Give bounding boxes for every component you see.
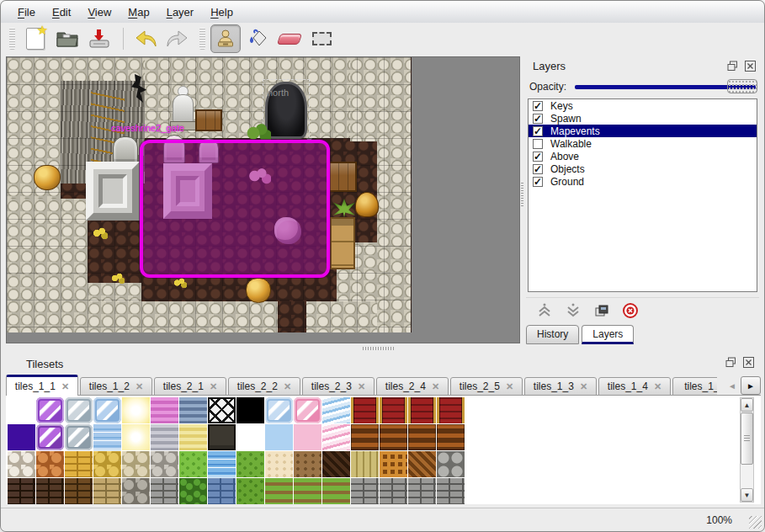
- palette-tile[interactable]: [151, 451, 178, 477]
- map-selection-rect[interactable]: [140, 140, 330, 278]
- palette-tile[interactable]: [65, 397, 93, 423]
- palette-tile[interactable]: [8, 424, 35, 450]
- palette-tile[interactable]: [322, 451, 350, 477]
- palette-tile[interactable]: [36, 397, 64, 423]
- menu-view[interactable]: View: [79, 3, 120, 22]
- horizontal-splitter[interactable]: [4, 344, 762, 353]
- palette-tile[interactable]: [208, 478, 236, 504]
- layer-checkbox[interactable]: ✓: [533, 126, 543, 136]
- tab-history[interactable]: History: [526, 325, 579, 344]
- palette-tile[interactable]: [265, 397, 293, 423]
- palette-tile[interactable]: [65, 424, 93, 450]
- palette-tile[interactable]: [408, 451, 436, 477]
- palette-tile[interactable]: [265, 478, 293, 504]
- palette-tile[interactable]: [351, 478, 379, 504]
- palette-tile[interactable]: [265, 451, 293, 477]
- float-tilesets-icon[interactable]: [725, 356, 736, 367]
- tab-layers[interactable]: Layers: [582, 325, 634, 344]
- palette-tile[interactable]: [208, 451, 236, 477]
- palette-tile[interactable]: [437, 424, 465, 450]
- palette-tile[interactable]: [208, 397, 236, 423]
- palette-tile[interactable]: [294, 424, 321, 450]
- stamp-tool-button[interactable]: [210, 24, 241, 53]
- scroll-tabs-left-icon[interactable]: ◄: [726, 377, 738, 394]
- tileset-tab-tiles_2_3[interactable]: tiles_2_3✕: [302, 377, 375, 396]
- palette-tile[interactable]: [236, 397, 264, 423]
- palette-tile[interactable]: [179, 478, 207, 504]
- tab-close-icon[interactable]: ✕: [210, 381, 217, 392]
- tileset-tab-tiles_1_3[interactable]: tiles_1_3✕: [524, 377, 597, 396]
- palette-tile[interactable]: [8, 478, 35, 504]
- scrollbar-thumb[interactable]: [741, 412, 753, 465]
- palette-tile[interactable]: [65, 451, 93, 477]
- save-map-button[interactable]: [84, 24, 114, 53]
- palette-tile[interactable]: [36, 424, 64, 450]
- layer-row-mapevents[interactable]: ✓Mapevents: [529, 125, 757, 137]
- eraser-tool-button[interactable]: [274, 24, 305, 53]
- palette-tile[interactable]: [294, 478, 321, 504]
- duplicate-layer-button[interactable]: [592, 301, 612, 320]
- palette-tile[interactable]: [151, 424, 178, 450]
- tab-close-icon[interactable]: ✕: [654, 381, 661, 392]
- palette-tile[interactable]: [36, 478, 64, 504]
- palette-tile[interactable]: [179, 424, 207, 450]
- layer-row-ground[interactable]: ✓Ground: [529, 175, 757, 188]
- palette-tile[interactable]: [351, 451, 379, 477]
- palette-tile[interactable]: [93, 451, 121, 477]
- layer-checkbox[interactable]: ✓: [533, 164, 543, 174]
- palette-tile[interactable]: [8, 451, 35, 477]
- tab-close-icon[interactable]: ✕: [284, 381, 291, 392]
- close-tilesets-icon[interactable]: [743, 356, 754, 367]
- palette-tile[interactable]: [36, 451, 64, 477]
- layer-row-above[interactable]: ✓Above: [529, 150, 757, 162]
- palette-tile[interactable]: [236, 451, 264, 477]
- palette-tile[interactable]: [351, 424, 379, 450]
- palette-tile[interactable]: [93, 397, 121, 423]
- tileset-tab-tiles_1_4[interactable]: tiles_1_4✕: [598, 377, 671, 396]
- menu-file[interactable]: File: [9, 3, 44, 22]
- tileset-tab-tiles_2_1[interactable]: tiles_2_1✕: [154, 377, 226, 396]
- palette-tile[interactable]: [408, 397, 436, 423]
- layer-row-objects[interactable]: ✓Objects: [529, 162, 757, 175]
- palette-tile[interactable]: [351, 397, 379, 423]
- palette-tile[interactable]: [8, 397, 35, 423]
- palette-tile[interactable]: [122, 424, 150, 450]
- scroll-tabs-right-button[interactable]: ►: [741, 376, 761, 395]
- layer-checkbox[interactable]: [533, 139, 543, 149]
- layer-row-keys[interactable]: ✓Keys: [529, 99, 757, 112]
- palette-tile[interactable]: [122, 397, 150, 423]
- tab-close-icon[interactable]: ✕: [135, 381, 143, 392]
- opacity-slider[interactable]: [573, 79, 757, 94]
- palette-tile[interactable]: [65, 478, 93, 504]
- layer-row-walkable[interactable]: Walkable: [529, 137, 757, 150]
- palette-tile[interactable]: [437, 397, 465, 423]
- toolbar-drag-handle[interactable]: [9, 28, 15, 50]
- palette-tile[interactable]: [236, 478, 264, 504]
- palette-tile[interactable]: [122, 451, 150, 477]
- layer-checkbox[interactable]: ✓: [533, 101, 543, 111]
- scroll-up-icon[interactable]: ▲: [741, 398, 753, 412]
- new-map-button[interactable]: [20, 24, 50, 53]
- tileset-tab-tiles_1_1[interactable]: tiles_1_1✕: [6, 375, 78, 396]
- palette-tile[interactable]: [93, 478, 121, 504]
- palette-tile[interactable]: [294, 397, 321, 423]
- palette-tile[interactable]: [380, 478, 407, 504]
- palette-tile[interactable]: [151, 478, 178, 504]
- layer-row-spawn[interactable]: ✓Spawn: [529, 112, 757, 125]
- palette-tile[interactable]: [380, 424, 407, 450]
- open-map-button[interactable]: [52, 24, 82, 53]
- palette-tile[interactable]: [322, 424, 350, 450]
- palette-tile[interactable]: [322, 478, 350, 504]
- close-panel-icon[interactable]: [745, 60, 756, 71]
- palette-tile[interactable]: [122, 478, 150, 504]
- layer-checkbox[interactable]: ✓: [533, 177, 543, 187]
- palette-tile[interactable]: [236, 424, 264, 450]
- resize-grip[interactable]: [749, 516, 762, 529]
- tileset-tab-tiles_2_4[interactable]: tiles_2_4✕: [376, 377, 449, 396]
- palette-tile[interactable]: [208, 424, 236, 450]
- tileset-tab-tiles_1_[interactable]: tiles_1_✕: [672, 377, 717, 396]
- palette-tile[interactable]: [294, 451, 321, 477]
- select-tool-button[interactable]: [306, 24, 337, 53]
- tab-close-icon[interactable]: ✕: [580, 381, 587, 392]
- tab-close-icon[interactable]: ✕: [432, 381, 439, 392]
